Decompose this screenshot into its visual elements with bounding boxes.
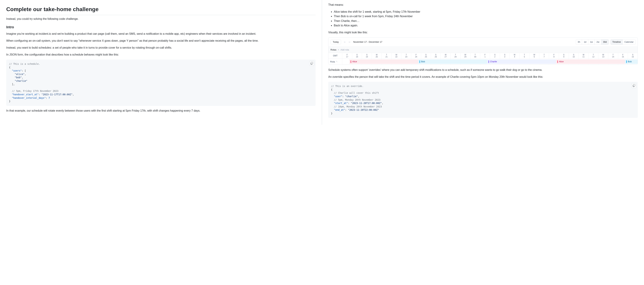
- example-end-paragraph: In that example, our schedule will rotat…: [6, 109, 316, 113]
- rota-row-label: Rota ✎: [328, 59, 342, 64]
- copy-icon[interactable]: [309, 61, 314, 66]
- shift-bob[interactable]: Bob: [625, 59, 638, 64]
- day-column: S26: [431, 53, 441, 58]
- day-column: W22: [392, 53, 401, 58]
- shift-alice[interactable]: Alice: [349, 59, 418, 64]
- list-item: Then Bob is on-call for 1 week from 5pm,…: [334, 14, 638, 18]
- calendar-widget: Today ← → November 17 - December 17 3h 1…: [328, 37, 638, 65]
- day-column: S3: [500, 53, 510, 58]
- code-content: // This is a schedule. { "users": [ "ali…: [9, 62, 313, 103]
- copy-icon[interactable]: [632, 83, 636, 88]
- shift-charlie[interactable]: Charlie: [487, 59, 556, 64]
- list-item: Then Charlie, then…: [334, 19, 638, 23]
- day-columns: F17S18S19M20T21W22T23F24S25S26M27T28W29T…: [342, 53, 638, 58]
- rota-row: Rota ✎ AliceBobCharlieAliceBob: [328, 59, 638, 64]
- day-column: S18: [352, 53, 362, 58]
- day-column: S10: [569, 53, 578, 58]
- arrow-left-icon[interactable]: ←: [343, 40, 347, 44]
- day-column: W6: [529, 53, 539, 58]
- view-segmented-control: Timeline Calendar: [610, 39, 636, 45]
- imagine-paragraph: Imagine you're working at incident.io an…: [6, 32, 316, 36]
- day-column: S19: [362, 53, 372, 58]
- calendar-header-row: GMT F17S18S19M20T21W22T23F24S25S26M27T28…: [328, 53, 638, 59]
- day-column: M4: [510, 53, 519, 58]
- right-column: That means: Alice takes the shift for 1 …: [322, 0, 644, 125]
- day-column: M27: [440, 53, 450, 58]
- override-code-block: // This is an override. { // Charlie wil…: [328, 82, 638, 118]
- list-item: Back to Alice again.: [334, 24, 638, 28]
- visually-paragraph: Visually, this might look like this:: [328, 30, 638, 34]
- view-timeline[interactable]: Timeline: [611, 40, 623, 44]
- day-column: W13: [598, 53, 608, 58]
- date-range-label: November 17 - December 17: [353, 40, 382, 44]
- schedules-paragraph: Instead, you want to build schedules: a …: [6, 46, 316, 50]
- rotas-header: Rotas + Add rota: [328, 46, 638, 53]
- means-list: Alice takes the shift for 1 week, starti…: [328, 10, 638, 28]
- calendar-nav-arrows: ← →: [343, 40, 352, 44]
- config-paragraph: When configuring an on-call system, you …: [6, 39, 316, 43]
- day-column: T21: [382, 53, 392, 58]
- period-1w[interactable]: 1w: [588, 40, 595, 44]
- day-column: T5: [519, 53, 529, 58]
- day-column: T23: [401, 53, 411, 58]
- day-column: M11: [578, 53, 588, 58]
- day-column: T12: [588, 53, 598, 58]
- add-rota-button[interactable]: Add rota: [340, 48, 349, 52]
- period-2w[interactable]: 2w: [594, 40, 601, 44]
- list-item: Alice takes the shift for 1 week, starti…: [334, 10, 638, 14]
- code-content: // This is an override. { // Charlie wil…: [331, 84, 635, 115]
- period-30d[interactable]: 30d: [601, 40, 608, 44]
- left-column: Complete our take-home challenge Instead…: [0, 0, 322, 125]
- day-column: T30: [470, 53, 480, 58]
- intro-paragraph: Instead, you could try solving the follo…: [6, 17, 316, 21]
- day-column: M20: [372, 53, 382, 58]
- schedule-code-block: // This is a schedule. { "users": [ "ali…: [6, 60, 316, 106]
- arrow-right-icon[interactable]: →: [347, 40, 352, 44]
- day-column: W29: [460, 53, 470, 58]
- page-title: Complete our take-home challenge: [6, 5, 316, 15]
- day-column: S9: [559, 53, 569, 58]
- plus-icon: +: [338, 48, 339, 52]
- pencil-icon[interactable]: ✎: [336, 60, 338, 63]
- day-column: T14: [608, 53, 618, 58]
- period-segmented-control: 3h 1d 1w 2w 30d: [576, 39, 609, 45]
- json-lead-paragraph: In JSON form, the configuration that des…: [6, 52, 316, 57]
- day-column: F24: [411, 53, 421, 58]
- two-column-layout: Complete our take-home challenge Instead…: [0, 0, 644, 125]
- day-column: T28: [450, 53, 460, 58]
- day-column: F17: [342, 53, 352, 58]
- day-column: T7: [539, 53, 549, 58]
- shift-alice[interactable]: Alice: [556, 59, 625, 64]
- day-column: S2: [490, 53, 500, 58]
- overrides-paragraph: Schedule systems often support 'override…: [328, 68, 638, 72]
- view-calendar[interactable]: Calendar: [622, 40, 635, 44]
- override-spec-paragraph: An override specifies the person that wi…: [328, 75, 638, 79]
- timezone-label: GMT: [328, 53, 342, 58]
- intro-heading: Intro: [6, 24, 316, 30]
- day-column: F1: [480, 53, 490, 58]
- period-1d[interactable]: 1d: [582, 40, 588, 44]
- that-means-paragraph: That means:: [328, 3, 638, 7]
- rotas-label: Rotas: [330, 48, 336, 52]
- day-column: F15: [618, 53, 628, 58]
- period-3h[interactable]: 3h: [576, 40, 582, 44]
- calendar-toolbar: Today ← → November 17 - December 17 3h 1…: [328, 38, 638, 46]
- day-column: S25: [421, 53, 431, 58]
- day-column: S16: [628, 53, 638, 58]
- today-button[interactable]: Today: [330, 40, 341, 44]
- day-column: F8: [549, 53, 559, 58]
- shift-bob[interactable]: Bob: [418, 59, 487, 64]
- rota-track: AliceBobCharlieAliceBob: [342, 59, 638, 64]
